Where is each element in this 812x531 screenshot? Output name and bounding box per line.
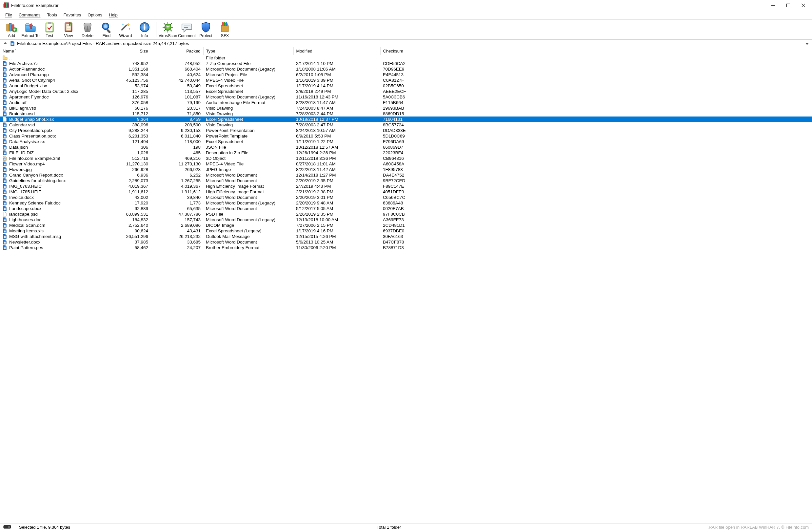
table-row[interactable]: Flowers.jpg266,928266,928JPEG Image8/22/… <box>0 167 812 172</box>
file-name: FILE_ID.DIZ <box>9 150 34 155</box>
table-row[interactable]: Data.json306198JSON File10/12/2018 11:57… <box>0 144 812 150</box>
file-name: IMG_1785.HEIF <box>9 190 41 194</box>
clipboard-check-icon <box>44 21 55 33</box>
parent-folder-row[interactable]: ..File folder <box>0 55 812 61</box>
col-header-modified[interactable]: Modified <box>293 47 380 55</box>
menu-help[interactable]: Help <box>105 11 121 19</box>
tool-extract[interactable]: Extract To <box>21 20 40 39</box>
table-row[interactable]: Invoice.docx43,00239,840Microsoft Word D… <box>0 195 812 200</box>
file-checksum: DDAD333E <box>380 128 812 133</box>
table-row[interactable]: Brainstm.vsd115,71271,850Visio Drawing7/… <box>0 111 812 116</box>
file-type: Brother Embroidery Format <box>203 245 293 250</box>
file-type: High Efficiency Image Format <box>203 189 293 195</box>
file-size: 11,270,130 <box>105 161 151 167</box>
tool-view[interactable]: View <box>59 20 78 39</box>
menu-options[interactable]: Options <box>84 11 105 19</box>
svg-rect-49 <box>226 22 227 26</box>
col-header-type[interactable]: Type <box>203 47 293 55</box>
table-row[interactable]: Budget Snap Shot.xlsx9,3648,459Excel Spr… <box>0 116 812 122</box>
file-checksum: B47CF878 <box>380 239 812 245</box>
file-name: Kennedy Science Fair.doc <box>9 200 61 206</box>
tool-test[interactable]: Test <box>40 20 59 39</box>
table-row[interactable]: Apartment Flyer.doc126,976101,087Microso… <box>0 94 812 100</box>
table-row[interactable]: Guidelines for ublishing.docx2,289,0731,… <box>0 178 812 183</box>
up-button[interactable] <box>3 41 8 46</box>
table-row[interactable]: Flower Video.mp411,270,13011,270,130MPEG… <box>0 161 812 167</box>
table-row[interactable]: Paint Pattern.pes58,46224,207Brother Emb… <box>0 245 812 250</box>
maximize-button[interactable] <box>781 0 796 11</box>
col-header-checksum[interactable]: Checksum <box>380 47 812 55</box>
table-row[interactable]: File Archive.7z748,952748,9527-Zip Compr… <box>0 61 812 66</box>
file-type: Visio Drawing <box>203 122 293 128</box>
minimize-button[interactable] <box>766 0 781 11</box>
table-row[interactable]: Class Presentation.potx6,201,3536,011,84… <box>0 133 812 139</box>
file-name: Class Presentation.potx <box>9 134 56 139</box>
menu-file[interactable]: File <box>2 11 15 19</box>
archive-doc-icon <box>10 41 15 46</box>
table-row[interactable]: Landscape.docx92,88965,635Microsoft Word… <box>0 206 812 211</box>
file-list[interactable]: Name Size Packed Type Modified Checksum … <box>0 47 812 523</box>
file-icon <box>3 145 8 150</box>
tool-delete[interactable]: Delete <box>78 20 97 39</box>
file-size: 376,058 <box>105 100 151 106</box>
table-row[interactable]: AnyLogic Model Data Output 2.xlsx117,285… <box>0 88 812 94</box>
tool-add[interactable]: Add <box>2 20 21 39</box>
table-row[interactable]: Lighthouses.doc184,832157,743Microsoft W… <box>0 217 812 223</box>
address-path[interactable]: FileInfo.com Example.rar\Project Files -… <box>17 41 803 46</box>
menu-commands[interactable]: Commands <box>15 11 44 19</box>
file-size: 592,384 <box>105 72 151 78</box>
table-row[interactable]: FileInfo.com Example.3mf512,716469,2163D… <box>0 156 812 161</box>
file-checksum: 22023BF4 <box>380 150 812 156</box>
file-type: Microsoft Word Document <box>203 178 293 183</box>
tool-find[interactable]: Find <box>97 20 116 39</box>
address-dropdown[interactable] <box>805 41 809 46</box>
col-header-size[interactable]: Size <box>105 47 151 55</box>
file-icon <box>3 150 8 155</box>
table-row[interactable]: BlkDiagm.vsd50,17620,317Visio Drawing7/2… <box>0 106 812 111</box>
table-row[interactable]: Kennedy Science Fair.doc17,9201,773Micro… <box>0 200 812 206</box>
table-row[interactable]: City Presentation.pptx9,288,2449,230,153… <box>0 128 812 133</box>
table-row[interactable]: FILE_ID.DIZ1,026465Description in Zip Fi… <box>0 150 812 156</box>
svg-line-39 <box>164 29 165 31</box>
col-header-name[interactable]: Name <box>0 47 105 55</box>
svg-rect-84 <box>8 526 10 528</box>
svg-rect-5 <box>786 4 790 7</box>
svg-rect-78 <box>4 225 6 227</box>
file-checksum: 6937DBE0 <box>380 228 812 234</box>
tool-wizard[interactable]: Wizard <box>116 20 135 39</box>
file-size: 2,289,073 <box>105 178 151 183</box>
file-modified: 7/24/2003 8:47 AM <box>293 106 380 111</box>
table-row[interactable]: Calendar.vsd388,096208,590Visio Drawing7… <box>0 122 812 128</box>
table-row[interactable]: MSG with attachment.msg26,551,29626,213,… <box>0 234 812 239</box>
table-row[interactable]: IMG_1785.HEIF1,911,6121,911,612High Effi… <box>0 189 812 195</box>
tool-sfx[interactable]: SFX <box>215 20 234 39</box>
table-row[interactable]: landscape.psd63,899,53147,387,786PSD Fil… <box>0 211 812 217</box>
table-row[interactable]: Meeting Items.xls90,62443,431Excel Sprea… <box>0 228 812 234</box>
file-packed: 101,087 <box>151 94 203 100</box>
table-row[interactable]: Advanced Plan.mpp592,38440,624Microsoft … <box>0 72 812 78</box>
col-header-packed[interactable]: Packed <box>151 47 203 55</box>
file-type: MPEG-4 Video File <box>203 161 293 167</box>
file-checksum: 9BF72CED <box>380 178 812 183</box>
svg-rect-46 <box>221 26 229 32</box>
file-icon <box>3 228 8 233</box>
table-row[interactable]: Grand Canyon Report.docx6,9366,252Micros… <box>0 172 812 178</box>
tool-comment[interactable]: Comment <box>177 20 197 39</box>
tool-protect[interactable]: Protect <box>197 20 215 39</box>
close-button[interactable] <box>796 0 811 11</box>
table-row[interactable]: Annual Budget.xlsx53,97450,349Excel Spre… <box>0 83 812 88</box>
file-size: 512,716 <box>105 156 151 161</box>
file-checksum: 1F895783 <box>380 167 812 172</box>
table-row[interactable]: Aerial Shot Of City.mp445,123,75642,740,… <box>0 78 812 83</box>
menu-tools[interactable]: Tools <box>44 11 60 19</box>
tool-info[interactable]: Info <box>135 20 154 39</box>
table-row[interactable]: Medical Scan.dcm2,752,6402,689,086DICOM … <box>0 223 812 228</box>
table-row[interactable]: IMG_0763.HEIC4,019,3674,019,367High Effi… <box>0 183 812 189</box>
tool-virusscan[interactable]: VirusScan <box>158 20 177 39</box>
folder-up-icon <box>3 55 8 60</box>
menu-favorites[interactable]: Favorites <box>60 11 84 19</box>
table-row[interactable]: Newsletter.docx37,98533,685Microsoft Wor… <box>0 239 812 245</box>
table-row[interactable]: ActionPlanner.doc1,351,168660,404Microso… <box>0 66 812 72</box>
table-row[interactable]: Data Analysis.xlsx121,494118,000Excel Sp… <box>0 139 812 144</box>
table-row[interactable]: Audio.aif376,05879,199Audio Interchange … <box>0 100 812 106</box>
